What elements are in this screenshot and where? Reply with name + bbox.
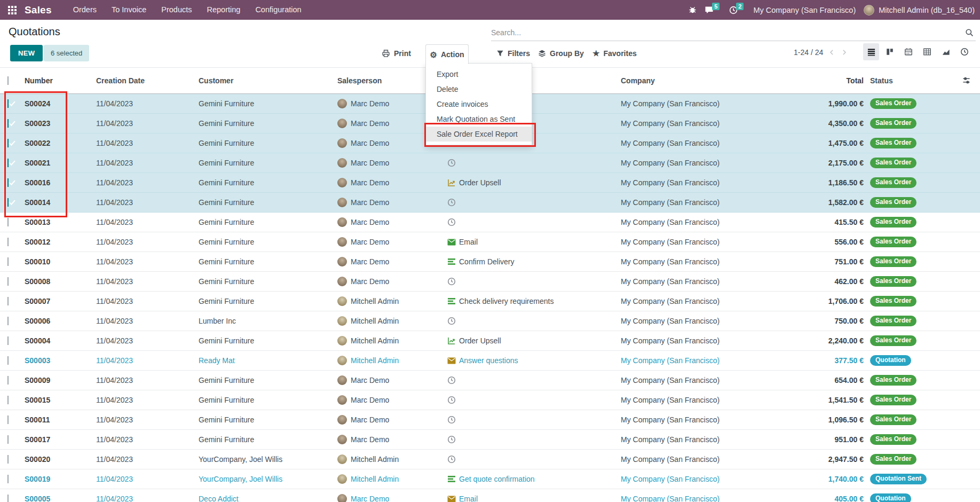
table-row[interactable]: S00016 11/04/2023 Gemini Furniture Marc … xyxy=(0,173,980,193)
row-checkbox[interactable] xyxy=(7,178,9,187)
header-status[interactable]: Status xyxy=(864,76,970,85)
activity-cell[interactable]: Get quote confirmation xyxy=(447,475,621,483)
header-creation-date[interactable]: Creation Date xyxy=(96,76,199,85)
table-row[interactable]: S00009 11/04/2023 Gemini Furniture Marc … xyxy=(0,371,980,390)
pager-previous-icon[interactable] xyxy=(828,49,835,56)
clock-activity-icon[interactable] xyxy=(447,415,456,424)
clock-activity-icon[interactable] xyxy=(447,376,456,385)
header-number[interactable]: Number xyxy=(25,76,96,85)
list-activity-icon[interactable] xyxy=(447,258,456,265)
nav-menu-item[interactable]: Products xyxy=(154,0,199,20)
clock-activity-icon[interactable] xyxy=(447,218,456,226)
row-checkbox[interactable] xyxy=(7,415,9,424)
selected-count-badge[interactable]: 6 selected xyxy=(44,45,89,61)
row-checkbox[interactable] xyxy=(7,159,9,167)
table-row[interactable]: S00003 11/04/2023 Ready Mat Mitchell Adm… xyxy=(0,351,980,371)
table-row[interactable]: S00015 11/04/2023 Gemini Furniture Marc … xyxy=(0,390,980,410)
user-menu[interactable]: Mitchell Admin (db_16_540) xyxy=(864,5,975,15)
favorites-button[interactable]: ★ Favorites xyxy=(592,45,637,61)
row-checkbox[interactable] xyxy=(7,198,9,207)
row-checkbox[interactable] xyxy=(7,495,9,502)
activity-cell[interactable] xyxy=(447,435,621,444)
pivot-view-icon[interactable] xyxy=(919,43,935,60)
action-menu-item[interactable]: Sale Order Excel Report xyxy=(426,127,532,142)
row-checkbox[interactable] xyxy=(7,257,9,266)
action-menu-item[interactable]: Delete xyxy=(426,82,532,97)
app-name[interactable]: Sales xyxy=(25,4,52,16)
optional-columns-icon[interactable] xyxy=(962,76,970,84)
email-activity-icon[interactable] xyxy=(447,239,456,246)
row-checkbox[interactable] xyxy=(7,475,9,483)
row-checkbox[interactable] xyxy=(7,119,9,128)
clock-activity-icon[interactable] xyxy=(447,277,456,286)
row-checkbox[interactable] xyxy=(7,396,9,404)
activity-cell[interactable]: Email xyxy=(447,495,621,502)
row-checkbox[interactable] xyxy=(7,435,9,444)
activity-cell[interactable] xyxy=(447,415,621,424)
table-row[interactable]: S00008 11/04/2023 Gemini Furniture Marc … xyxy=(0,272,980,292)
header-company[interactable]: Company xyxy=(621,76,776,85)
email-activity-icon[interactable] xyxy=(447,496,456,502)
calendar-view-icon[interactable] xyxy=(900,43,916,60)
table-row[interactable]: S00005 11/04/2023 Deco Addict Marc Demo … xyxy=(0,489,980,502)
row-checkbox[interactable] xyxy=(7,297,9,305)
debug-bug-icon[interactable] xyxy=(689,6,697,14)
new-button[interactable]: NEW xyxy=(10,45,43,61)
row-checkbox[interactable] xyxy=(7,376,9,385)
action-menu-item[interactable]: Mark Quotation as Sent xyxy=(426,112,532,127)
activity-cell[interactable] xyxy=(447,455,621,464)
activity-cell[interactable]: Check delivery requirements xyxy=(447,297,621,305)
nav-menu-item[interactable]: To Invoice xyxy=(104,0,154,20)
action-menu-item[interactable]: Export xyxy=(426,67,532,82)
nav-menu-item[interactable]: Orders xyxy=(66,0,104,20)
table-row[interactable]: S00014 11/04/2023 Gemini Furniture Marc … xyxy=(0,193,980,213)
activity-cell[interactable] xyxy=(447,198,621,207)
table-row[interactable]: S00012 11/04/2023 Gemini Furniture Marc … xyxy=(0,232,980,252)
activity-cell[interactable] xyxy=(447,317,621,325)
search-icon[interactable] xyxy=(965,28,974,37)
table-row[interactable]: S00020 11/04/2023 YourCompany, Joel Will… xyxy=(0,450,980,469)
kanban-view-icon[interactable] xyxy=(882,43,898,60)
activity-cell[interactable] xyxy=(447,218,621,226)
activity-view-icon[interactable] xyxy=(957,43,973,60)
table-row[interactable]: S00019 11/04/2023 YourCompany, Joel Will… xyxy=(0,469,980,489)
row-checkbox[interactable] xyxy=(7,99,9,108)
activity-cell[interactable] xyxy=(447,159,621,167)
activity-cell[interactable]: Order Upsell xyxy=(447,178,621,187)
table-row[interactable]: S00007 11/04/2023 Gemini Furniture Mitch… xyxy=(0,292,980,311)
activity-cell[interactable] xyxy=(447,277,621,286)
list-activity-icon[interactable] xyxy=(447,475,456,483)
clock-activity-icon[interactable] xyxy=(447,159,456,167)
chart-activity-icon[interactable] xyxy=(447,336,456,345)
list-activity-icon[interactable] xyxy=(447,297,456,305)
table-row[interactable]: S00013 11/04/2023 Gemini Furniture Marc … xyxy=(0,213,980,232)
table-row[interactable]: S00021 11/04/2023 Gemini Furniture Marc … xyxy=(0,153,980,173)
activity-cell[interactable]: Answer questions xyxy=(447,356,621,365)
print-button[interactable]: Print xyxy=(382,45,411,61)
clock-activity-icon[interactable] xyxy=(447,455,456,464)
email-activity-icon[interactable] xyxy=(447,357,456,364)
nav-menu-item[interactable]: Reporting xyxy=(200,0,248,20)
row-checkbox[interactable] xyxy=(7,455,9,464)
company-switcher[interactable]: My Company (San Francisco) xyxy=(753,6,856,14)
search-bar[interactable] xyxy=(491,24,976,41)
row-checkbox[interactable] xyxy=(7,139,9,147)
row-checkbox[interactable] xyxy=(7,356,9,365)
clock-activity-icon[interactable] xyxy=(447,396,456,404)
group-by-button[interactable]: Group By xyxy=(538,45,584,61)
header-customer[interactable]: Customer xyxy=(199,76,337,85)
messages-icon[interactable]: 5 xyxy=(705,6,721,14)
activity-cell[interactable] xyxy=(447,396,621,404)
filters-button[interactable]: Filters xyxy=(496,45,530,61)
chart-activity-icon[interactable] xyxy=(447,178,456,187)
apps-grid-icon[interactable] xyxy=(0,0,25,20)
activity-cell[interactable]: Order Upsell xyxy=(447,336,621,345)
activity-cell[interactable]: Confirm Delivery xyxy=(447,257,621,266)
nav-menu-item[interactable]: Configuration xyxy=(248,0,309,20)
action-menu-item[interactable]: Create invoices xyxy=(426,97,532,112)
row-checkbox[interactable] xyxy=(7,317,9,325)
list-view-icon[interactable] xyxy=(863,43,879,60)
header-total[interactable]: Total xyxy=(776,76,864,85)
clock-activity-icon[interactable] xyxy=(447,317,456,325)
action-button[interactable]: ⚙ Action xyxy=(425,44,469,64)
